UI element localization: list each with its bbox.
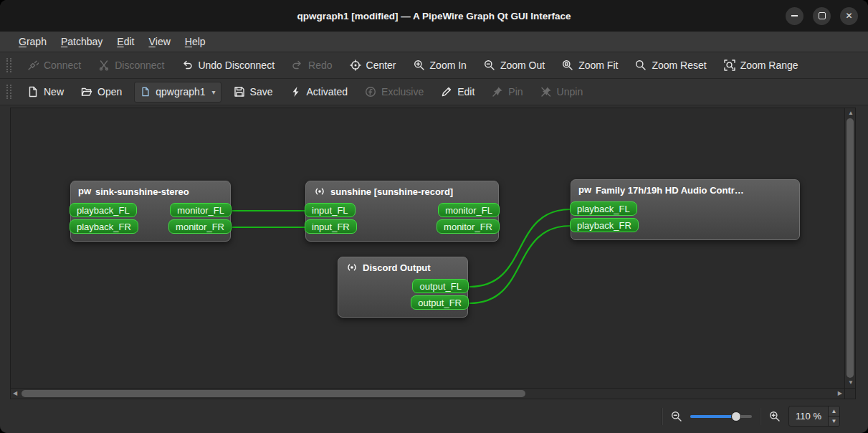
exclusive-icon xyxy=(365,86,376,97)
zoom-slider[interactable] xyxy=(690,415,752,418)
toolbar-label: Zoom In xyxy=(430,60,467,71)
node-sink-sunshine-stereo[interactable]: pwsink-sunshine-stereoplayback_FLmonitor… xyxy=(70,181,231,242)
chevron-down-icon: ▾ xyxy=(212,88,216,96)
exclusive-button: Exclusive xyxy=(357,82,431,103)
menu-help[interactable]: Help xyxy=(178,32,213,52)
node-discord-output[interactable]: Discord Outputoutput_FLoutput_FR xyxy=(338,257,468,318)
node-title-text: sunshine [sunshine-record] xyxy=(330,186,453,197)
edit-button[interactable]: Edit xyxy=(433,82,482,103)
menu-view[interactable]: View xyxy=(141,32,177,52)
redo-icon xyxy=(292,60,303,71)
open-folder-icon xyxy=(81,86,92,97)
center-button[interactable]: Center xyxy=(342,55,404,76)
zoom-range-icon xyxy=(724,60,735,71)
zoom-slider-fill xyxy=(690,415,736,418)
connect-icon xyxy=(27,60,39,71)
statusbar-separator xyxy=(760,408,761,425)
scroll-down-arrow[interactable]: ▼ xyxy=(848,380,854,386)
scroll-left-arrow[interactable]: ◀ xyxy=(13,391,17,396)
node-title: sunshine [sunshine-record] xyxy=(306,181,498,201)
vertical-scrollbar[interactable]: ▲ ▼ xyxy=(845,108,856,389)
port-monitor_FR[interactable]: monitor_FR xyxy=(168,219,232,234)
record-icon xyxy=(314,186,325,197)
port-monitor_FL[interactable]: monitor_FL xyxy=(170,203,232,217)
node-title: Discord Output xyxy=(338,257,467,277)
unpin-icon xyxy=(540,86,552,97)
zoom-reset-icon xyxy=(635,60,647,71)
toolbar-label: Save xyxy=(250,86,273,97)
save-button[interactable]: Save xyxy=(226,82,281,103)
save-icon xyxy=(234,86,245,97)
node-title-text: Discord Output xyxy=(363,262,431,273)
main-toolbar: ConnectDisconnectUndo DisconnectRedoCent… xyxy=(0,52,868,79)
record-icon xyxy=(346,262,358,273)
toolbar-label: Edit xyxy=(457,86,474,97)
connect-button: Connect xyxy=(19,55,89,76)
horizontal-scrollbar[interactable]: ◀ ▶ xyxy=(10,389,845,399)
zoom-in-button[interactable]: Zoom In xyxy=(406,55,474,76)
zoom-reset-button[interactable]: Zoom Reset xyxy=(627,55,714,76)
port-row: playback_FLmonitor_FL xyxy=(71,203,230,217)
port-playback_FR[interactable]: playback_FR xyxy=(70,219,138,234)
new-button[interactable]: New xyxy=(19,82,72,103)
port-playback_FL[interactable]: playback_FL xyxy=(70,203,137,217)
toolbar-label: Zoom Out xyxy=(500,60,545,71)
port-row: playback_FRmonitor_FR xyxy=(71,219,230,234)
center-icon xyxy=(350,60,361,71)
minimize-button[interactable] xyxy=(786,7,803,25)
pipewire-icon: pw xyxy=(579,184,591,196)
undo-disconnect-button[interactable]: Undo Disconnect xyxy=(173,55,282,76)
toolbar-label: Connect xyxy=(44,60,81,71)
port-output_FR[interactable]: output_FR xyxy=(411,295,469,310)
node-sunshine[interactable]: sunshine [sunshine-record]input_FLmonito… xyxy=(305,181,499,242)
activated-button[interactable]: Activated xyxy=(282,82,356,103)
port-monitor_FR[interactable]: monitor_FR xyxy=(437,219,500,234)
maximize-button[interactable] xyxy=(813,7,831,25)
graph-canvas[interactable]: pwsink-sunshine-stereoplayback_FLmonitor… xyxy=(10,108,845,389)
toolbar-drag-handle[interactable] xyxy=(6,58,11,72)
node-family-audio[interactable]: pwFamily 17h/19h HD Audio Contr…playback… xyxy=(571,179,800,240)
spinbox-arrows: ▲ ▼ xyxy=(828,406,839,426)
zoom-range-button[interactable]: Zoom Range xyxy=(716,55,806,76)
menu-edit[interactable]: Edit xyxy=(110,32,141,52)
minimize-icon xyxy=(791,15,798,16)
port-input_FL[interactable]: input_FL xyxy=(305,203,356,217)
redo-button: Redo xyxy=(284,55,340,76)
disconnect-icon xyxy=(98,60,110,71)
spin-up-button[interactable]: ▲ xyxy=(829,406,839,417)
port-playback_FR[interactable]: playback_FR xyxy=(570,218,639,232)
zoom-value: 110 % xyxy=(789,406,828,426)
zoom-in-icon[interactable] xyxy=(769,411,781,422)
port-playback_FL[interactable]: playback_FL xyxy=(570,201,637,216)
open-button[interactable]: Open xyxy=(73,82,130,103)
port-monitor_FL[interactable]: monitor_FL xyxy=(438,203,500,217)
port-row: playback_FR xyxy=(571,218,799,232)
menu-graph[interactable]: Graph xyxy=(11,32,54,52)
node-title-text: sink-sunshine-stereo xyxy=(95,186,189,197)
toolbar-drag-handle[interactable] xyxy=(6,85,11,99)
zoom-slider-handle[interactable] xyxy=(731,411,741,422)
spin-down-button[interactable]: ▼ xyxy=(829,417,839,426)
scroll-right-arrow[interactable]: ▶ xyxy=(838,391,842,396)
zoom-out-icon[interactable] xyxy=(671,411,682,422)
statusbar-separator xyxy=(662,408,663,425)
close-button[interactable]: ✕ xyxy=(840,7,858,25)
toolbar-label: Activated xyxy=(307,86,348,97)
zoom-out-button[interactable]: Zoom Out xyxy=(476,55,553,76)
port-row: playback_FL xyxy=(571,201,799,216)
session-combo[interactable]: qpwgraph1▾ xyxy=(134,82,221,103)
zoom-in-icon xyxy=(414,60,425,71)
toolbar-label: Open xyxy=(97,86,122,97)
horizontal-scrollbar-thumb[interactable] xyxy=(22,390,525,397)
scroll-up-arrow[interactable]: ▲ xyxy=(848,110,854,116)
titlebar[interactable]: qpwgraph1 [modified] — A PipeWire Graph … xyxy=(0,0,868,32)
zoom-fit-button[interactable]: Zoom Fit xyxy=(554,55,626,76)
port-output_FL[interactable]: output_FL xyxy=(412,279,469,293)
zoom-spinbox[interactable]: 110 % ▲ ▼ xyxy=(788,406,840,427)
menu-patchbay[interactable]: Patchbay xyxy=(54,32,110,52)
toolbar-label: New xyxy=(44,86,64,97)
file-toolbar: NewOpenqpwgraph1▾SaveActivatedExclusiveE… xyxy=(0,79,868,105)
vertical-scrollbar-thumb[interactable] xyxy=(846,118,854,378)
port-row: input_FRmonitor_FR xyxy=(306,219,498,234)
port-input_FR[interactable]: input_FR xyxy=(305,219,357,234)
